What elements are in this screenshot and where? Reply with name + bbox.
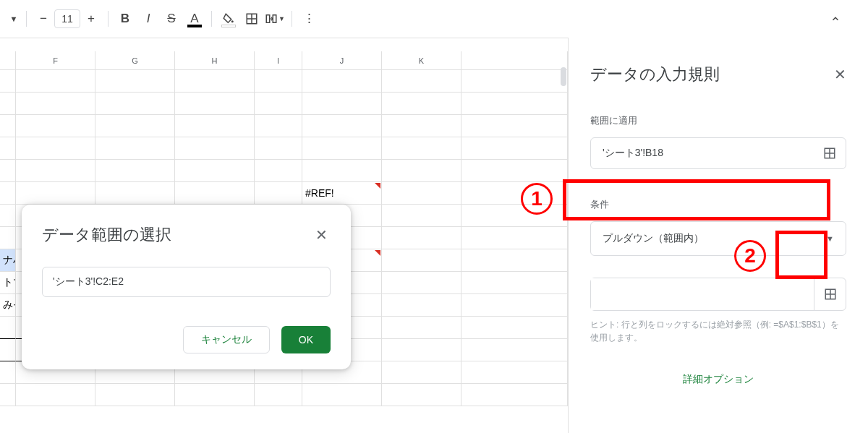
col-header-J[interactable]: J bbox=[302, 51, 382, 69]
separator bbox=[108, 11, 109, 27]
select-condition-range-button[interactable] bbox=[814, 278, 846, 310]
font-size-increase[interactable]: + bbox=[80, 8, 102, 30]
hint-text: ヒント: 行と列をロックするには絶対参照（例: =$A$1:$B$1）を使用しま… bbox=[590, 318, 846, 344]
cancel-button[interactable]: キャンセル bbox=[183, 326, 270, 353]
chevron-down-icon: ▼ bbox=[826, 234, 834, 243]
apply-to-range-input[interactable] bbox=[591, 147, 814, 159]
paint-bucket-icon bbox=[222, 12, 235, 25]
col-header-G[interactable]: G bbox=[95, 51, 175, 69]
cell-partial-1[interactable]: ナハ bbox=[0, 249, 16, 272]
condition-range-input[interactable] bbox=[591, 278, 814, 310]
borders-button[interactable] bbox=[241, 8, 263, 30]
error-indicator-icon bbox=[375, 250, 380, 256]
error-indicator-icon bbox=[375, 183, 380, 189]
cell-ref-error[interactable]: #REF! bbox=[302, 182, 382, 205]
col-header-K[interactable]: K bbox=[382, 51, 461, 69]
separator bbox=[26, 11, 27, 27]
condition-dropdown[interactable]: プルダウン（範囲内） ▼ bbox=[590, 221, 846, 256]
apply-to-range-label: 範囲に適用 bbox=[590, 114, 846, 127]
merge-icon bbox=[265, 12, 278, 25]
condition-value: プルダウン（範囲内） bbox=[603, 232, 704, 245]
chevron-up-icon bbox=[830, 14, 841, 24]
collapse-toolbar-button[interactable] bbox=[825, 8, 846, 30]
col-header-I[interactable]: I bbox=[255, 51, 302, 69]
borders-icon bbox=[245, 12, 258, 25]
col-header-end[interactable] bbox=[461, 51, 568, 69]
dialog-title: データ範囲の選択 bbox=[42, 224, 171, 246]
dialog-close-button[interactable]: ✕ bbox=[312, 223, 331, 246]
panel-close-button[interactable]: ✕ bbox=[834, 66, 846, 83]
more-button[interactable]: ⋮ bbox=[298, 8, 320, 30]
col-header-gutter[interactable] bbox=[0, 51, 16, 69]
apply-to-range-row bbox=[590, 137, 846, 169]
font-size-group: − + bbox=[33, 8, 102, 30]
select-data-range-dialog: データ範囲の選択 ✕ キャンセル OK bbox=[22, 205, 351, 369]
text-color-button[interactable]: A bbox=[184, 8, 205, 30]
col-header-F[interactable]: F bbox=[16, 51, 95, 69]
toolbar: ▼ − + B I S A ▼ ⋮ bbox=[0, 0, 868, 38]
cell-partial-3[interactable]: みそ bbox=[0, 294, 16, 317]
bold-button[interactable]: B bbox=[114, 8, 136, 30]
cell-partial-2[interactable]: トマ bbox=[0, 272, 16, 294]
font-size-input[interactable] bbox=[54, 9, 80, 28]
fill-color-button[interactable] bbox=[218, 8, 239, 30]
panel-title: データの入力規則 bbox=[590, 64, 720, 85]
ok-button[interactable]: OK bbox=[281, 326, 331, 353]
merge-cells-button[interactable]: ▼ bbox=[264, 8, 286, 30]
italic-button[interactable]: I bbox=[137, 8, 159, 30]
font-size-decrease[interactable]: − bbox=[33, 8, 54, 30]
toolbar-dropdown-caret[interactable]: ▼ bbox=[7, 8, 20, 30]
separator bbox=[211, 11, 212, 27]
data-validation-panel: データの入力規則 ✕ 範囲に適用 条件 プルダウン（範囲内） ▼ ヒント: 行と… bbox=[568, 38, 868, 433]
condition-range-row bbox=[590, 278, 846, 311]
spreadsheet-grid[interactable]: F G H I J K #REF! ナハ #REF! bbox=[0, 38, 568, 433]
condition-label: 条件 bbox=[590, 198, 846, 211]
column-headers: F G H I J K bbox=[0, 51, 568, 70]
svg-point-0 bbox=[231, 20, 234, 22]
data-range-input[interactable] bbox=[42, 267, 331, 297]
grid-icon bbox=[824, 288, 837, 301]
strikethrough-button[interactable]: S bbox=[161, 8, 182, 30]
select-range-button[interactable] bbox=[814, 147, 846, 160]
advanced-options-link[interactable]: 詳細オプション bbox=[590, 373, 846, 386]
separator bbox=[292, 11, 292, 27]
annotation-circle-2: 2 bbox=[734, 240, 766, 272]
col-header-H[interactable]: H bbox=[175, 51, 255, 69]
grid-icon bbox=[823, 147, 836, 160]
annotation-circle-1: 1 bbox=[521, 183, 553, 215]
